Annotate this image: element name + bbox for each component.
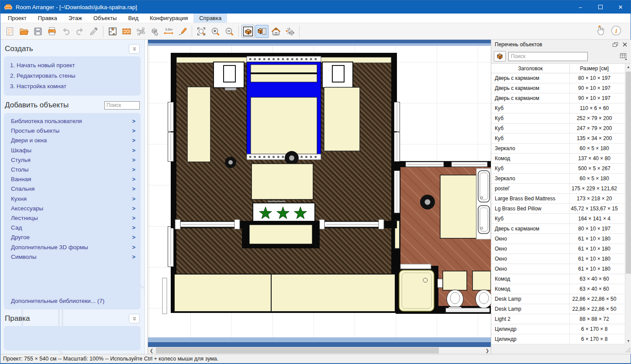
vertical-scrollbar[interactable]: ▲ ▼ bbox=[625, 64, 631, 344]
table-row[interactable]: Light 2 88 × 88 × 72 bbox=[491, 314, 631, 324]
window[interactable] bbox=[168, 227, 174, 267]
brass-bed[interactable] bbox=[247, 56, 321, 160]
undo-button[interactable] bbox=[59, 25, 72, 38]
save-button[interactable] bbox=[31, 25, 45, 38]
table-row[interactable]: Комод 63 × 40 × 60 bbox=[491, 274, 631, 284]
resize-grip-icon[interactable] bbox=[625, 347, 631, 353]
object-category-item[interactable]: Спальня > bbox=[11, 184, 136, 194]
door-sill[interactable] bbox=[446, 308, 490, 312]
walkthrough-button[interactable] bbox=[283, 25, 297, 38]
edit-points-button[interactable] bbox=[134, 25, 147, 38]
window[interactable] bbox=[168, 132, 174, 161]
pocket-door[interactable] bbox=[394, 171, 400, 213]
create-step-link[interactable]: 3. Настройка комнат bbox=[10, 81, 134, 92]
stool[interactable] bbox=[225, 157, 236, 168]
nightstand-right[interactable] bbox=[322, 62, 353, 90]
menu-item[interactable]: Вид bbox=[122, 14, 144, 23]
table-row[interactable]: Куб 110 × 6 × 60 bbox=[491, 103, 631, 113]
window[interactable] bbox=[324, 222, 382, 227]
print-button[interactable] bbox=[45, 25, 59, 38]
table-row[interactable]: Окно 61 × 10 × 180 bbox=[491, 234, 631, 244]
hand-pointer-icon[interactable] bbox=[596, 25, 605, 38]
object-category-item[interactable]: Столы > bbox=[11, 165, 136, 175]
close-panel-icon[interactable] bbox=[621, 41, 629, 48]
object-3d-filter-button[interactable] bbox=[494, 51, 506, 62]
table-row[interactable]: Цилиндр 6 × 170 × 8 bbox=[491, 324, 631, 334]
scroll-up-arrow[interactable]: ▲ bbox=[625, 64, 631, 70]
collapse-edit-button[interactable] bbox=[129, 314, 140, 323]
home-3d-button[interactable]: 3D bbox=[269, 25, 283, 38]
sink[interactable] bbox=[478, 206, 490, 234]
column-header-title[interactable]: Заголовок bbox=[491, 64, 570, 73]
float-panel-icon[interactable] bbox=[611, 41, 619, 48]
table-row[interactable]: Окно 61 × 10 × 180 bbox=[491, 264, 631, 274]
plant-shelf[interactable] bbox=[253, 203, 315, 223]
new-project-button[interactable] bbox=[3, 25, 17, 38]
about-info-icon[interactable]: i bbox=[610, 25, 622, 38]
create-step-link[interactable]: 1. Начать новый проект bbox=[10, 60, 134, 71]
table-row[interactable]: Цилиндр 6 × 170 × 8 bbox=[491, 334, 631, 344]
scroll-down-arrow[interactable]: ▼ bbox=[625, 338, 631, 344]
object-category-item[interactable]: Шкафы > bbox=[11, 146, 136, 155]
table-row[interactable]: Дверь с карманом 80 × 10 × 197 bbox=[491, 73, 631, 83]
zoom-out-button[interactable] bbox=[223, 25, 236, 38]
menu-item[interactable]: Справка bbox=[193, 14, 227, 23]
minimize-button[interactable]: – bbox=[570, 0, 590, 14]
object-category-item[interactable]: Библиотека пользователя > bbox=[11, 117, 136, 126]
object-category-item[interactable]: Простые объекты > bbox=[11, 126, 136, 136]
object-category-item[interactable]: Ванная > bbox=[11, 175, 136, 184]
table-row[interactable]: Дверь с карманом 90 × 10 × 197 bbox=[491, 83, 631, 93]
format-brush-button[interactable] bbox=[87, 25, 100, 38]
collapse-create-button[interactable] bbox=[129, 44, 140, 54]
table-row[interactable]: postelʼ 175 × 229 × 121,62 bbox=[491, 184, 631, 194]
zoom-fit-button[interactable] bbox=[195, 25, 208, 38]
object-category-item[interactable]: Дополнительные 3D формы > bbox=[11, 243, 136, 252]
more-libraries-link[interactable]: Дополнительные библиотеки... (7) bbox=[11, 292, 136, 304]
horizontal-scrollbar[interactable]: ❮ ❯ bbox=[148, 347, 491, 354]
window[interactable] bbox=[406, 162, 444, 167]
menu-item[interactable]: Правка bbox=[32, 14, 63, 23]
table-row[interactable]: Large Brass Bed Mattress 173 × 218 × 20 bbox=[491, 194, 631, 204]
stool[interactable] bbox=[285, 151, 299, 165]
draw-button[interactable] bbox=[176, 25, 189, 38]
object-list-search-input[interactable] bbox=[508, 52, 588, 61]
bathroom-cabinet[interactable] bbox=[440, 175, 476, 238]
menu-item[interactable]: Объекты bbox=[88, 14, 123, 23]
table-row[interactable]: Куб 247 × 79 × 200 bbox=[491, 124, 631, 134]
door-leaf[interactable] bbox=[162, 278, 167, 314]
table-row[interactable]: Дверь с карманом 90 × 10 × 197 bbox=[491, 93, 631, 103]
object-category-item[interactable]: Лестницы > bbox=[11, 213, 136, 223]
niche-table[interactable] bbox=[249, 225, 312, 244]
table-row[interactable]: Lg Brass Bed Pillow 45,72 × 153,67 × 15 bbox=[491, 204, 631, 214]
edit-walls-button[interactable] bbox=[106, 25, 119, 38]
wall-button[interactable] bbox=[120, 25, 133, 38]
object-category-item[interactable]: Стулья > bbox=[11, 155, 136, 165]
window[interactable] bbox=[394, 102, 400, 131]
table-row[interactable]: Куб 252 × 79 × 200 bbox=[491, 113, 631, 124]
nightstand-left[interactable] bbox=[214, 62, 244, 90]
window[interactable] bbox=[394, 132, 400, 161]
object-search-input[interactable] bbox=[104, 101, 140, 110]
object-category-item[interactable]: Другое > bbox=[11, 233, 136, 242]
table-row[interactable]: Дверь с карманом 80 × 10 × 197 bbox=[491, 224, 631, 234]
table-row[interactable]: Комод 137 × 40 × 80 bbox=[491, 154, 631, 164]
object-category-item[interactable]: Кухня > bbox=[11, 194, 136, 204]
table-row[interactable]: Окно 61 × 10 × 180 bbox=[491, 244, 631, 254]
window[interactable] bbox=[452, 162, 487, 167]
bottom-wardrobe-right[interactable] bbox=[271, 274, 395, 312]
object-category-item[interactable]: Аксессуары > bbox=[11, 204, 136, 213]
window[interactable] bbox=[168, 102, 174, 131]
object-category-item[interactable]: Сад > bbox=[11, 223, 136, 233]
open-button[interactable] bbox=[17, 25, 31, 38]
object-category-item[interactable]: Символы > bbox=[11, 252, 136, 262]
bed-mattress[interactable] bbox=[251, 97, 317, 154]
view-3d-list-button[interactable] bbox=[255, 25, 269, 38]
horizontal-scroll-thumb[interactable] bbox=[156, 347, 439, 354]
window[interactable] bbox=[180, 222, 238, 227]
close-button[interactable]: ✕ bbox=[610, 0, 631, 14]
zoom-in-button[interactable] bbox=[209, 25, 222, 38]
view-3d-button[interactable] bbox=[241, 25, 255, 38]
table-columns-icon[interactable] bbox=[618, 52, 629, 61]
table-row[interactable]: Окно 61 × 10 × 180 bbox=[491, 254, 631, 264]
measure-button[interactable]: 3,5m bbox=[162, 25, 175, 38]
